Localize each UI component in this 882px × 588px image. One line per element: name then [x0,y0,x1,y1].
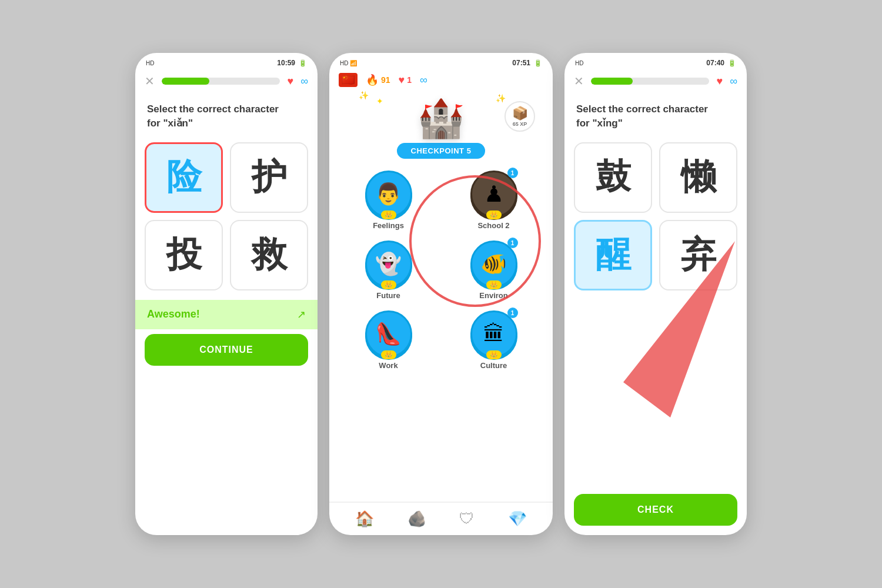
future-label: Future [376,291,400,300]
left-question: Select the correct character for "xiǎn" [135,93,318,138]
right-progress-bar [591,78,709,85]
work-crown: 👑 [381,350,396,359]
center-infinite-icon: ∞ [420,74,427,86]
right-heart-icon: ♥ [716,75,723,88]
culture-crown: 👑 [486,350,502,359]
school2-badge-num: 1 [507,168,518,178]
right-choice-4[interactable]: 弃 [659,220,737,290]
feelings-icon-wrap: 👨 👑 [365,171,412,218]
left-char-2: 护 [252,153,287,201]
left-choices-grid: 险 护 投 救 [135,138,318,295]
lessons-grid: 👨 👑 Feelings ♟ 👑 1 School 2 [329,162,553,378]
right-char-3: 醒 [596,231,631,279]
left-header: ✕ ♥ ∞ [135,69,318,93]
environ-icon-wrap: 🐠 👑 1 [470,240,517,288]
checkpoint-area: ✨ ✦ ✨ ✦ 🏰 CHECKPOINT 5 📦 65 XP [329,91,553,162]
culture-emoji: 🏛 [483,322,505,346]
work-emoji: 👠 [375,322,402,346]
lesson-environ[interactable]: 🐠 👑 1 Environ [446,240,541,300]
left-progress-bar [162,78,280,85]
streak-flame-icon: 🔥 [366,74,379,86]
nav-gem-icon[interactable]: 💎 [508,510,527,528]
left-status-bar: HD 10:59 🔋 [135,53,318,69]
right-choice-2[interactable]: 懒 [659,142,737,213]
left-char-4: 救 [252,231,287,279]
school2-label: School 2 [477,221,509,230]
center-heart-icon: ♥ [399,74,405,86]
future-crown: 👑 [381,280,396,289]
right-choice-3[interactable]: 醒 [574,220,652,290]
school2-crown: 👑 [486,211,502,219]
right-phone: HD 07:40 🔋 ✕ ♥ ∞ Select the correct char… [564,53,747,535]
left-char-1: 险 [166,153,202,201]
streak-display: 🔥 91 [366,74,390,86]
xp-badge: 📦 65 XP [505,101,535,132]
right-choice-1[interactable]: 鼓 [574,142,652,213]
left-choice-3[interactable]: 投 [145,220,223,290]
xp-amount: 65 XP [513,121,527,127]
lesson-feelings[interactable]: 👨 👑 Feelings [341,171,436,230]
lesson-culture[interactable]: 🏛 👑 1 Culture [446,310,541,370]
right-battery-icon: 🔋 [728,59,736,67]
center-battery-icon: 🔋 [534,59,542,67]
nav-shield-icon[interactable]: 🛡 [459,510,475,528]
left-choice-4[interactable]: 救 [230,220,308,290]
center-phone: HD 📶 07:51 🔋 🇨🇳 🔥 91 ♥ 1 ∞ [329,53,553,535]
right-infinite-icon: ∞ [730,75,737,88]
right-signal: HD [575,60,583,66]
lesson-work[interactable]: 👠 👑 Work [341,310,436,370]
china-flag: 🇨🇳 [339,73,358,87]
environ-crown: 👑 [486,280,502,289]
left-choice-1[interactable]: 险 [145,142,223,213]
work-label: Work [379,361,397,370]
checkpoint-label: CHECKPOINT 5 [397,143,486,159]
culture-label: Culture [480,361,507,370]
center-time: 07:51 [512,59,530,67]
right-char-4: 弃 [681,231,716,279]
feelings-label: Feelings [373,221,404,230]
left-feedback-bar: Awesome! ↗ [135,300,318,329]
streak-count: 91 [381,75,390,85]
left-phone: HD 10:59 🔋 ✕ ♥ ∞ Select the correct char… [135,53,318,535]
feelings-crown: 👑 [381,211,396,219]
environ-label: Environ [479,291,507,300]
school2-icon-wrap: ♟ 👑 1 [470,171,517,218]
nav-home-icon[interactable]: 🏠 [355,510,374,528]
left-infinite-icon: ∞ [300,75,308,88]
future-emoji: 👻 [375,252,402,276]
left-char-3: 投 [166,231,202,279]
future-icon-wrap: 👻 👑 [365,240,412,288]
right-progress-fill [591,78,633,85]
lesson-future[interactable]: 👻 👑 Future [341,240,436,300]
left-feedback-text: Awesome! [147,308,200,320]
left-time: 10:59 [277,59,295,67]
xp-chest-icon: 📦 [512,106,528,121]
bottom-nav: 🏠 🪨 🛡 💎 [329,502,553,535]
left-feedback-icon: ↗ [297,308,306,321]
nav-stone-icon[interactable]: 🪨 [407,510,426,528]
center-inner: HD 📶 07:51 🔋 🇨🇳 🔥 91 ♥ 1 ∞ [329,53,553,535]
center-heart-count: 1 [407,75,412,85]
checkpoint-badge: CHECKPOINT 5 [329,141,553,159]
right-question: Select the correct character for "xǐng" [564,93,747,138]
right-close-button[interactable]: ✕ [574,74,584,88]
lesson-school2[interactable]: ♟ 👑 1 School 2 [446,171,541,230]
right-time: 07:40 [706,59,724,67]
center-top-bar: 🇨🇳 🔥 91 ♥ 1 ∞ [329,69,553,91]
environ-emoji: 🐠 [480,252,507,276]
center-status-bar: HD 📶 07:51 🔋 [329,53,553,69]
center-signal: HD 📶 [340,60,357,66]
left-choice-2[interactable]: 护 [230,142,308,213]
culture-icon-wrap: 🏛 👑 1 [470,310,517,358]
left-heart-icon: ♥ [287,75,293,88]
left-battery-icon: 🔋 [299,59,307,67]
right-check-button[interactable]: CHECK [574,494,737,526]
school2-emoji: ♟ [484,181,504,207]
culture-badge-num: 1 [507,308,518,318]
right-char-2: 懒 [681,153,716,201]
left-close-button[interactable]: ✕ [145,74,155,88]
feelings-emoji: 👨 [375,182,402,206]
right-choices-grid: 鼓 懒 醒 弃 [564,138,747,295]
right-status-bar: HD 07:40 🔋 [564,53,747,69]
left-continue-button[interactable]: CONTINUE [145,334,308,366]
